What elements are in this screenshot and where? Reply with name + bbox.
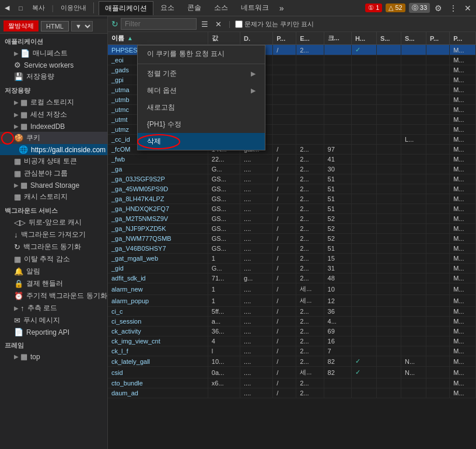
sidebar-item-periodic-bg-sync[interactable]: ⏰ 주기적 백그라운드 동기화: [0, 290, 107, 302]
sidebar-item-back-forward-cache[interactable]: ◁▷ 뒤로-앞으로 캐시: [0, 216, 107, 229]
sidebar-item-notifications[interactable]: 🔔 알림: [0, 265, 107, 278]
sidebar-item-cache-storage[interactable]: ▦ 캐시 스토리지: [0, 191, 107, 203]
table-row[interactable]: ck_activity36......./2...69M...: [108, 327, 476, 336]
tab-network[interactable]: 네트워크: [235, 1, 275, 15]
table-row[interactable]: _ga_03JSGF9S2PGS......./2...51M...: [108, 174, 476, 184]
guide-link[interactable]: 이응안내: [58, 2, 89, 13]
col-httponly[interactable]: H...: [351, 32, 376, 45]
col-path[interactable]: P...: [273, 32, 296, 45]
issues-only-checkbox-label[interactable]: 문제가 있는 쿠키만 표시: [235, 20, 314, 29]
table-cell: [376, 105, 401, 115]
more-tabs-button[interactable]: »: [276, 2, 288, 14]
settings-button[interactable]: ⚙: [432, 2, 444, 14]
table-row[interactable]: daum_ad..../2...M...: [108, 388, 476, 398]
ctx-show-requests[interactable]: 이 쿠키를 통한 요청 표시: [138, 45, 265, 62]
ctx-header-options[interactable]: 헤더 옵션 ▶: [138, 82, 265, 99]
sidebar-item-session-storage[interactable]: ▶ ▦ 세션 저장소: [0, 108, 107, 121]
tab-console[interactable]: 콘솔: [181, 1, 207, 15]
col-samesite[interactable]: S...: [401, 32, 426, 45]
table-cell: 52: [324, 214, 351, 224]
more-options-button[interactable]: ⋮: [447, 2, 460, 14]
table-row[interactable]: _ga_NWM777QSMBGS......./2...52M...: [108, 234, 476, 244]
sidebar-item-reporting-api[interactable]: 📄 Reporting API: [0, 327, 107, 338]
sidebar-item-push-messages[interactable]: ✉ 푸시 메시지: [0, 314, 107, 327]
col-partitioned[interactable]: P...: [450, 32, 476, 45]
table-row[interactable]: alarm_popup1..../세...12M...: [108, 295, 476, 307]
delete-button[interactable]: 짤방삭제: [4, 20, 38, 31]
ctx-delete[interactable]: 삭제: [138, 133, 265, 150]
col-expires[interactable]: E...: [296, 32, 324, 45]
table-row[interactable]: _gidG......./2...31M...: [108, 264, 476, 273]
table-row[interactable]: _ga_HNDXQK2FQ7GS......./2...51M...: [108, 204, 476, 214]
sidebar-item-local-storage[interactable]: ▶ ▦ 로컬 스토리지: [0, 96, 107, 108]
col-domain[interactable]: D.: [240, 32, 273, 45]
table-row[interactable]: cto_bundlex6......./2...M...: [108, 378, 476, 388]
sidebar-item-interest-groups[interactable]: ▦ 관심분야 그룹: [0, 167, 107, 180]
table-row[interactable]: _ga_M2T5NMSZ9VGS......./2...52M...: [108, 214, 476, 224]
close-button[interactable]: ✕: [462, 2, 474, 14]
filter-menu-button[interactable]: ☰: [199, 19, 211, 30]
table-cell: 2...: [296, 356, 324, 367]
table-row[interactable]: adfit_sdk_id71...g.../2...48M...: [108, 273, 476, 283]
back-button[interactable]: ◀: [2, 3, 12, 13]
table-row[interactable]: _ga_8LH47K4LPZGS......./2...51M...: [108, 194, 476, 204]
sidebar-item-storage[interactable]: 💾 저장용량: [0, 71, 107, 83]
table-row[interactable]: alarm_new1..../세...10M...: [108, 283, 476, 295]
table-row[interactable]: csid0a......./세...82✓N...M...: [108, 367, 476, 378]
col-name[interactable]: 이름 ▲: [108, 32, 208, 45]
sidebar-item-service-workers[interactable]: ⚙ Service workers: [0, 59, 107, 71]
table-cell: [351, 194, 376, 204]
sidebar-item-top-frame[interactable]: ▶ ▦ top: [0, 351, 107, 362]
table-row[interactable]: _gaG......./2...30M...: [108, 164, 476, 174]
sidebar-item-payment-handler[interactable]: 🔒 결제 핸들러: [0, 278, 107, 290]
table-row[interactable]: ck_lately_gall10......./2...82✓N...M...: [108, 356, 476, 367]
sidebar-item-cookie-url[interactable]: 🌐 https://gall.dcinside.com: [0, 144, 107, 155]
sidebar-item-shared-storage[interactable]: ▶ ▦ Shared Storage: [0, 180, 107, 191]
table-cell: [208, 388, 240, 398]
sidebar-item-manifest[interactable]: ▶ 📄 매니페스트: [0, 47, 107, 59]
dropdown-select[interactable]: ▼: [71, 21, 93, 31]
top-bar-actions: ① 1 △ 52 ⓪ 33 ⚙ ⋮ ✕: [363, 2, 474, 14]
sidebar-item-speculation-rules[interactable]: ▶ ↑ 추측 로드: [0, 302, 107, 314]
table-cell: [376, 135, 401, 145]
table-row[interactable]: _ga_45WM05PS9DGS......./2...51M...: [108, 184, 476, 194]
copy-button[interactable]: 복사: [30, 2, 47, 13]
html-button[interactable]: HTML: [41, 21, 69, 31]
table-cell: _gat_mgall_web: [108, 254, 208, 264]
col-size[interactable]: 크...: [324, 32, 351, 45]
ctx-sort-by[interactable]: 정렬 기준 ▶: [138, 65, 265, 82]
filter-input[interactable]: [121, 18, 197, 30]
sidebar-item-bg-sync[interactable]: ↻ 백그라운드 동기화: [0, 241, 107, 253]
tab-application[interactable]: 애플리케이션: [99, 1, 153, 15]
table-cell: 36: [324, 307, 351, 317]
tab-sources[interactable]: 소스: [208, 1, 234, 15]
table-cell: _ga_8LH47K4LPZ: [108, 194, 208, 204]
table-row[interactable]: ci_sessiona......./2...4...M...: [108, 317, 476, 327]
table-cell: /: [273, 145, 296, 155]
table-row[interactable]: _gat_mgall_web1..../2...15M...: [108, 254, 476, 264]
sidebar-item-bounce-tracking[interactable]: ▦ 이탈 추적 감소: [0, 253, 107, 265]
table-row[interactable]: _ga_NJF9PXZD5KGS......./2...52M...: [108, 224, 476, 234]
table-row[interactable]: ck_img_view_cnt4..../2...16M...: [108, 336, 476, 346]
table-row[interactable]: _ga_V46B0SHSY7GS......./2...51M...: [108, 244, 476, 254]
table-cell: ....: [240, 378, 273, 388]
table-row[interactable]: _fwb22......./2...41M...: [108, 155, 476, 164]
inspect-button[interactable]: □: [16, 3, 25, 13]
ctx-edit[interactable]: {PH1} 수정: [138, 116, 265, 133]
sidebar-item-cookies[interactable]: 🍪 쿠키: [0, 132, 107, 144]
table-cell: [401, 273, 426, 283]
col-secure[interactable]: S...: [376, 32, 401, 45]
sidebar-item-indexeddb[interactable]: ▶ ▦ IndexedDB: [0, 121, 107, 132]
table-row[interactable]: ck_l_fl..../2...7M...: [108, 346, 476, 356]
filter-clear-button[interactable]: ✕: [213, 19, 224, 30]
table-cell: 0a...: [208, 367, 240, 378]
ctx-refresh[interactable]: 새로고침: [138, 99, 265, 116]
col-value[interactable]: 값: [208, 32, 240, 45]
issues-only-checkbox[interactable]: [235, 20, 243, 28]
table-row[interactable]: ci_c5ff......./2...36M...: [108, 307, 476, 317]
table-cell: [324, 378, 351, 388]
col-priority[interactable]: P...: [426, 32, 450, 45]
tab-elements[interactable]: 요소: [155, 1, 180, 15]
sidebar-item-bg-fetch[interactable]: ↓ 백그라운드 가져오기: [0, 229, 107, 241]
sidebar-item-private-state-token[interactable]: ▦ 비공개 상태 토큰: [0, 155, 107, 167]
